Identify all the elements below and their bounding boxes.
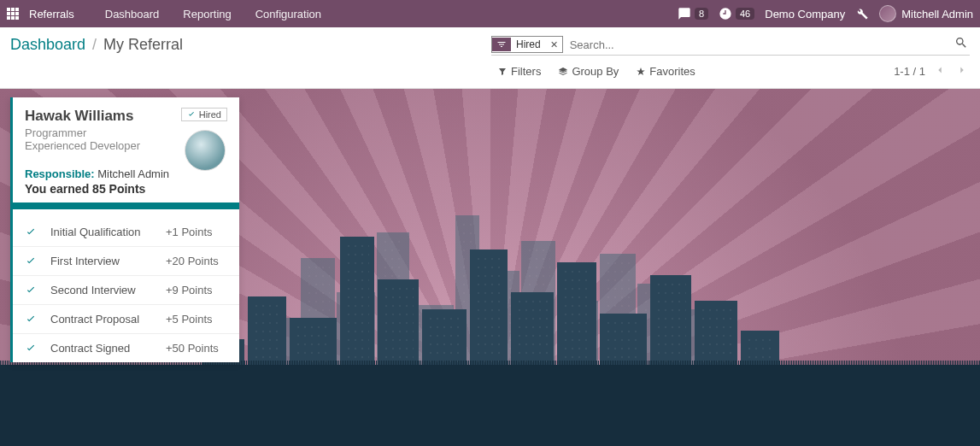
responsible-label: Responsible: (25, 167, 95, 180)
check-icon (25, 255, 37, 267)
dashboard-canvas: Hired Hawak Williams Programmer Experien… (0, 89, 980, 446)
pager-prev[interactable] (932, 62, 948, 80)
earned-points: You earned 85 Points (25, 182, 227, 196)
group-by-label: Group By (572, 65, 619, 78)
stages-list: Initial Qualification +1 Points First In… (13, 218, 239, 362)
responsible-value: Mitchell Admin (97, 167, 169, 180)
breadcrumb-separator: / (92, 36, 97, 54)
stage-points: +9 Points (166, 284, 227, 296)
stage-name: First Interview (50, 255, 166, 267)
funnel-icon (497, 67, 508, 77)
wrench-icon[interactable] (855, 7, 869, 21)
chat-icon (678, 7, 691, 21)
app-name: Referrals (29, 8, 74, 21)
chevron-right-icon (956, 64, 968, 76)
candidate-avatar-icon (185, 130, 226, 171)
user-name: Mitchell Admin (901, 8, 973, 21)
stage-points: +20 Points (166, 255, 227, 267)
stage-name: Second Interview (50, 284, 166, 296)
check-icon (25, 343, 37, 355)
filter-chip-hired: Hired ✕ (491, 36, 563, 53)
search-icon (954, 36, 968, 50)
breadcrumb-parent[interactable]: Dashboard (10, 36, 85, 54)
timer-count: 46 (736, 8, 754, 20)
nav-dashboard[interactable]: Dashboard (95, 8, 170, 21)
breadcrumb: Dashboard / My Referral (10, 36, 183, 54)
card-header: Hired Hawak Williams Programmer Experien… (13, 108, 239, 196)
filters-label: Filters (511, 65, 541, 78)
stage-row: Contract Signed +50 Points (13, 334, 239, 362)
stage-row: Second Interview +9 Points (13, 276, 239, 305)
apps-icon[interactable] (7, 8, 19, 20)
topbar-left: Referrals Dashboard Reporting Configurat… (7, 8, 332, 21)
nav-configuration[interactable]: Configuration (245, 8, 332, 21)
favorites-label: Favorites (649, 65, 695, 78)
hired-badge-label: Hired (199, 109, 221, 120)
topbar-right: 8 46 Demo Company Mitchell Admin (678, 5, 973, 22)
check-icon (25, 285, 37, 296)
stage-points: +5 Points (166, 313, 227, 326)
check-icon (25, 226, 37, 238)
funnel-icon (492, 38, 511, 51)
clock-icon (719, 7, 732, 21)
breadcrumb-current: My Referral (103, 36, 183, 54)
group-by-button[interactable]: Group By (558, 65, 619, 78)
stage-name: Contract Proposal (50, 313, 166, 326)
company-name[interactable]: Demo Company (765, 8, 845, 21)
stage-points: +50 Points (166, 342, 227, 355)
stage-row: First Interview +20 Points (13, 247, 239, 276)
stage-row: Initial Qualification +1 Points (13, 218, 239, 247)
topbar: Referrals Dashboard Reporting Configurat… (0, 0, 980, 27)
stage-name: Initial Qualification (50, 226, 166, 238)
pager-text: 1-1 / 1 (894, 65, 925, 78)
referral-card[interactable]: Hired Hawak Williams Programmer Experien… (10, 97, 239, 362)
check-icon (25, 314, 37, 326)
stage-name: Contract Signed (50, 342, 166, 355)
pager: 1-1 / 1 (894, 62, 970, 80)
user-menu[interactable]: Mitchell Admin (879, 5, 973, 22)
filter-chip-label: Hired (511, 37, 546, 52)
layers-icon (558, 67, 568, 77)
filter-chip-remove[interactable]: ✕ (546, 38, 562, 52)
check-icon (187, 110, 196, 119)
search-tools: Filters Group By Favorites (497, 65, 695, 78)
messages-button[interactable]: 8 (678, 7, 708, 21)
ground-bg (0, 365, 980, 446)
chat-count: 8 (695, 8, 708, 20)
activities-button[interactable]: 46 (719, 7, 754, 21)
search-input[interactable] (563, 35, 953, 55)
search-button[interactable] (953, 34, 970, 55)
filters-button[interactable]: Filters (497, 65, 541, 78)
pager-next[interactable] (954, 62, 970, 80)
nav-reporting[interactable]: Reporting (173, 8, 241, 21)
control-bar: Dashboard / My Referral Hired ✕ Filters (0, 27, 980, 89)
stage-points: +1 Points (166, 226, 227, 238)
progress-bar (13, 202, 239, 209)
chevron-left-icon (934, 64, 946, 76)
star-icon (636, 67, 646, 77)
hired-badge: Hired (181, 108, 227, 121)
search-area: Hired ✕ (491, 34, 970, 56)
stage-row: Contract Proposal +5 Points (13, 305, 239, 334)
favorites-button[interactable]: Favorites (636, 65, 695, 78)
user-avatar-icon (879, 5, 896, 22)
